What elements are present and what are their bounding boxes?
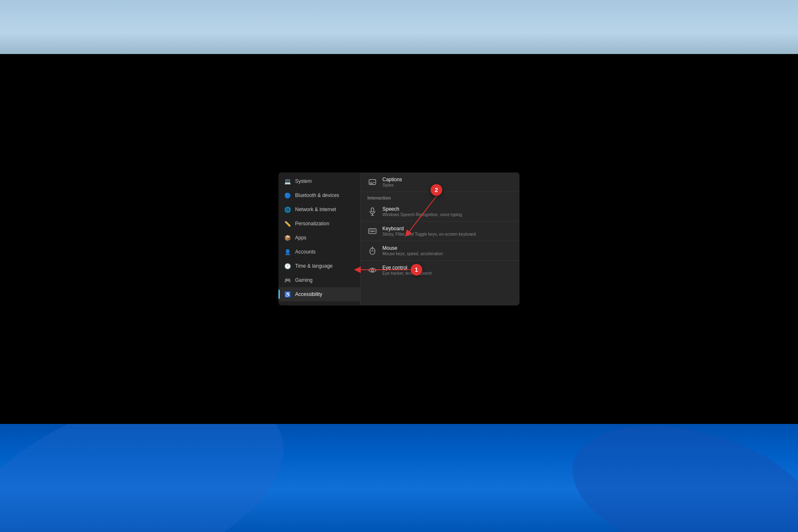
svg-rect-5	[370, 183, 373, 184]
annotation-2: 2	[431, 184, 442, 196]
sidebar-label-system: System	[295, 178, 312, 184]
captions-icon	[367, 177, 377, 187]
accessibility-icon: ♿	[284, 291, 291, 298]
eye-control-title: Eye control	[382, 265, 432, 271]
svg-rect-6	[371, 208, 374, 212]
sidebar-item-network[interactable]: 🌐 Network & internet	[278, 202, 360, 217]
sidebar-label-personalization: Personalization	[295, 221, 329, 227]
sidebar-label-accounts: Accounts	[295, 249, 315, 255]
sidebar-item-gaming[interactable]: 🎮 Gaming	[278, 273, 360, 287]
network-icon: 🌐	[284, 206, 291, 213]
accounts-icon: 👤	[284, 249, 291, 255]
eye-control-text: Eye control Eye tracker, text-to-speech	[382, 265, 432, 276]
keyboard-title: Keyboard	[382, 226, 476, 232]
content-item-keyboard[interactable]: Keyboard Sticky, Filter, and Toggle keys…	[361, 222, 520, 241]
time-icon: 🕐	[284, 263, 291, 269]
content-item-mouse[interactable]: Mouse Mouse keys, speed, acceleration	[361, 241, 520, 261]
mouse-subtitle: Mouse keys, speed, acceleration	[382, 251, 443, 256]
apps-icon: 📦	[284, 234, 291, 241]
sidebar-label-apps: Apps	[295, 235, 306, 241]
svg-rect-4	[373, 182, 375, 183]
svg-rect-12	[372, 230, 373, 231]
captions-text: Captions Styles	[382, 177, 402, 187]
sidebar-item-apps[interactable]: 📦 Apps	[278, 231, 360, 245]
keyboard-icon	[367, 226, 377, 236]
eye-control-icon	[367, 265, 377, 275]
mouse-title: Mouse	[382, 245, 443, 251]
sidebar-item-system[interactable]: 💻 System	[278, 174, 360, 188]
speech-subtitle: Windows Speech Recognition, voice typing	[382, 212, 462, 217]
keyboard-subtitle: Sticky, Filter, and Toggle keys, on-scre…	[382, 232, 476, 236]
system-icon: 💻	[284, 178, 291, 185]
sidebar-item-personalization[interactable]: ✏️ Personalization	[278, 217, 360, 231]
svg-point-19	[372, 247, 373, 248]
personalization-icon: ✏️	[284, 220, 291, 227]
mouse-text: Mouse Mouse keys, speed, acceleration	[382, 245, 443, 256]
sidebar-label-gaming: Gaming	[295, 277, 313, 283]
sidebar-label-accessibility: Accessibility	[295, 291, 322, 297]
speech-icon	[367, 207, 377, 217]
bluetooth-icon: 🔵	[284, 192, 291, 199]
bottom-wallpaper	[0, 424, 798, 532]
sidebar-label-time: Time & language	[295, 263, 332, 269]
content-item-eye-control[interactable]: Eye control Eye tracker, text-to-speech	[361, 261, 520, 280]
sidebar-item-accounts[interactable]: 👤 Accounts	[278, 245, 360, 259]
eye-control-subtitle: Eye tracker, text-to-speech	[382, 271, 432, 276]
sidebar-label-network: Network & internet	[295, 207, 336, 212]
settings-window: 1 2	[278, 172, 520, 305]
top-band	[0, 0, 798, 54]
gaming-icon: 🎮	[284, 277, 291, 283]
svg-point-21	[372, 270, 373, 271]
keyboard-text: Keyboard Sticky, Filter, and Toggle keys…	[382, 226, 476, 236]
svg-rect-14	[369, 231, 370, 232]
sidebar-item-bluetooth[interactable]: 🔵 Bluetooth & devices	[278, 188, 360, 202]
svg-rect-13	[374, 230, 375, 231]
captions-subtitle: Styles	[382, 183, 402, 187]
svg-rect-11	[371, 230, 372, 231]
content-item-speech[interactable]: Speech Windows Speech Recognition, voice…	[361, 202, 520, 222]
sidebar: 💻 System 🔵 Bluetooth & devices 🌐 Network…	[278, 172, 361, 305]
captions-title: Captions	[382, 177, 402, 182]
svg-rect-3	[370, 182, 372, 183]
sidebar-item-privacy[interactable]: 🔒 Privacy & security	[278, 301, 360, 305]
speech-text: Speech Windows Speech Recognition, voice…	[382, 206, 462, 217]
svg-rect-15	[371, 231, 374, 232]
main-area: 1 2	[0, 54, 798, 424]
sidebar-item-accessibility[interactable]: ♿ Accessibility	[278, 287, 360, 301]
svg-rect-16	[374, 231, 375, 232]
mouse-icon	[367, 246, 377, 256]
page-wrapper: 1 2	[0, 0, 798, 532]
annotation-1: 1	[411, 264, 422, 276]
sidebar-label-bluetooth: Bluetooth & devices	[295, 192, 339, 198]
privacy-icon: 🔒	[284, 305, 291, 305]
sidebar-item-time[interactable]: 🕐 Time & language	[278, 259, 360, 273]
speech-title: Speech	[382, 206, 462, 212]
svg-rect-10	[369, 230, 370, 231]
